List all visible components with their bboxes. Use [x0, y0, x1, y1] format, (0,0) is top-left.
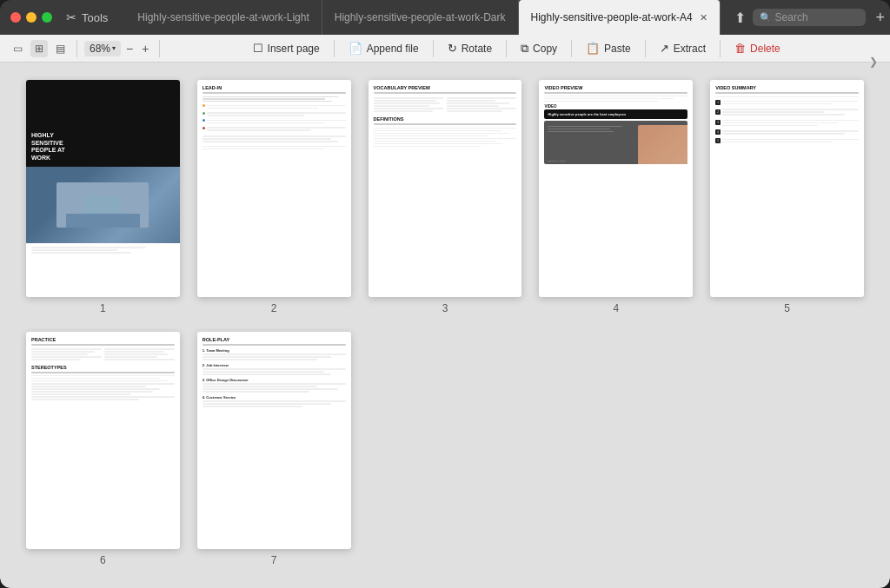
paste-label: Paste — [604, 43, 631, 55]
tab-a4-label: Highly-sensitive-people-at-work-A4 — [531, 11, 693, 23]
page2-inner: LEAD-IN — [197, 80, 351, 297]
page5-section-title: VIDEO SUMMARY — [715, 85, 859, 90]
view-toolbar-wrapper: ▭ ⊞ ▤ 68% ▾ − + ☐ Insert page 📄 — [0, 35, 890, 63]
page-number-1: 1 — [100, 302, 106, 314]
page5-inner: VIDEO SUMMARY 1 2 — [710, 80, 864, 297]
page-thumb-7[interactable]: ROLE-PLAY 1. Team Meeting 2. Job Intervi… — [197, 332, 351, 549]
page4-duration: Duration: 2:45 min — [548, 160, 565, 162]
delete-button[interactable]: 🗑 Delete — [726, 38, 789, 58]
page-item-1: HIGHLY SENSITIVE PEOPLE AT WORK — [26, 80, 180, 314]
view-toolbar: ▭ ⊞ ▤ 68% ▾ − + ☐ Insert page 📄 — [0, 35, 890, 63]
tab-light-label: Highly-sensitive-people-at-work-Light — [137, 11, 309, 23]
view-list-btn[interactable]: ▤ — [51, 40, 70, 57]
page-item-4: VIDEO PREVIEW VIDEO Highly sensitive peo… — [539, 80, 693, 314]
copy-label: Copy — [533, 43, 557, 55]
page-item-3: VOCABULARY PREVIEW — [369, 80, 522, 314]
tab-close-icon[interactable]: ✕ — [700, 12, 707, 23]
page3-inner: VOCABULARY PREVIEW — [369, 80, 522, 297]
title-right-controls: ⬆ 🔍 + — [734, 9, 889, 27]
title-bar: ✂ Tools Highly-sensitive-people-at-work-… — [0, 0, 890, 35]
insert-page-label: Insert page — [268, 43, 320, 55]
tab-dark[interactable]: Highly-sensitive-people-at-work-Dark — [322, 0, 519, 35]
tools-menu[interactable]: ✂ Tools — [66, 10, 108, 24]
paste-button[interactable]: 📋 Paste — [577, 38, 640, 58]
share-button[interactable]: ⬆ — [734, 10, 746, 26]
extract-button[interactable]: ↗ Extract — [651, 38, 714, 58]
rotate-button[interactable]: ↻ Rotate — [439, 38, 501, 58]
zoom-decrease-button[interactable]: − — [123, 40, 136, 57]
view-controls: ▭ ⊞ ▤ — [9, 40, 77, 57]
extract-label: Extract — [674, 43, 706, 55]
page-number-7: 7 — [271, 554, 277, 566]
tab-a4[interactable]: Highly-sensitive-people-at-work-A4 ✕ — [519, 0, 721, 35]
rotate-label: Rotate — [462, 43, 492, 55]
pages-row-1: HIGHLY SENSITIVE PEOPLE AT WORK — [26, 80, 864, 314]
page1-title: HIGHLY SENSITIVE PEOPLE AT WORK — [31, 132, 175, 162]
page-item-6: PRACTICE — [26, 332, 180, 566]
search-icon: 🔍 — [760, 12, 772, 23]
summary-card-3: 3 — [715, 118, 859, 128]
page-thumb-3[interactable]: VOCABULARY PREVIEW — [369, 80, 522, 297]
insert-page-icon: ☐ — [253, 42, 263, 55]
extract-icon: ↗ — [660, 42, 669, 55]
bullet-2 — [203, 111, 346, 118]
page3-section-title: VOCABULARY PREVIEW — [374, 85, 517, 90]
sep2 — [433, 40, 434, 57]
zoom-value: 68% — [90, 43, 110, 55]
minimize-button[interactable] — [26, 12, 37, 23]
copy-button[interactable]: ⧉ Copy — [512, 38, 566, 59]
search-input[interactable] — [775, 11, 859, 23]
zoom-display: 68% ▾ — [84, 41, 121, 56]
insert-page-button[interactable]: ☐ Insert page — [244, 38, 329, 58]
sidebar-toggle-button[interactable]: ❯ — [869, 56, 878, 68]
page-thumb-1[interactable]: HIGHLY SENSITIVE PEOPLE AT WORK — [26, 80, 180, 297]
tools-icon: ✂ — [66, 10, 76, 24]
page4-video-caption: Highly sensitive people are the best emp… — [548, 112, 684, 116]
delete-label: Delete — [750, 43, 780, 55]
page3-section-title2: DEFINITIONS — [374, 116, 517, 122]
page-thumb-2[interactable]: LEAD-IN — [197, 80, 351, 297]
pages-row-2: PRACTICE — [26, 332, 864, 566]
page-thumb-4[interactable]: VIDEO PREVIEW VIDEO Highly sensitive peo… — [539, 80, 693, 297]
tabs-area: Highly-sensitive-people-at-work-Light Hi… — [125, 0, 720, 35]
zoom-increase-button[interactable]: + — [138, 40, 152, 57]
sep3 — [506, 40, 507, 57]
page-thumb-5[interactable]: VIDEO SUMMARY 1 2 — [710, 80, 864, 297]
bullet-3 — [203, 118, 346, 125]
view-grid-btn[interactable]: ⊞ — [30, 40, 48, 57]
page-item-2: LEAD-IN — [197, 80, 351, 314]
page1-footer — [26, 243, 180, 298]
page7-item1: 1. Team Meeting — [203, 348, 346, 353]
page1-image — [26, 167, 180, 243]
search-bar[interactable]: 🔍 — [753, 9, 866, 26]
tools-label: Tools — [82, 11, 108, 24]
append-file-button[interactable]: 📄 Append file — [340, 38, 428, 58]
page4-inner: VIDEO PREVIEW VIDEO Highly sensitive peo… — [539, 80, 693, 297]
page-item-7: ROLE-PLAY 1. Team Meeting 2. Job Intervi… — [197, 332, 351, 566]
zoom-chevron-icon: ▾ — [112, 44, 116, 52]
main-content: HIGHLY SENSITIVE PEOPLE AT WORK — [0, 63, 890, 588]
page7-roleplay-title: ROLE-PLAY — [203, 337, 346, 342]
page-item-5: VIDEO SUMMARY 1 2 — [710, 80, 864, 314]
maximize-button[interactable] — [42, 12, 52, 23]
sep5 — [645, 40, 646, 57]
summary-card-1: 1 — [715, 99, 859, 106]
page7-item3: 3. Office Design Discussion — [203, 378, 346, 382]
close-button[interactable] — [10, 12, 21, 23]
page7-item2: 2. Job Interview — [203, 363, 346, 367]
summary-card-5: 5 — [715, 137, 859, 144]
page-number-3: 3 — [442, 302, 448, 314]
page-number-6: 6 — [100, 554, 106, 566]
copy-icon: ⧉ — [521, 42, 528, 56]
summary-card-2: 2 — [715, 108, 859, 117]
sep4 — [571, 40, 572, 57]
page1-header: HIGHLY SENSITIVE PEOPLE AT WORK — [26, 80, 180, 167]
page-thumb-6[interactable]: PRACTICE — [26, 332, 180, 549]
view-single-btn[interactable]: ▭ — [9, 40, 27, 57]
tab-light[interactable]: Highly-sensitive-people-at-work-Light — [125, 0, 322, 35]
app-window: ✂ Tools Highly-sensitive-people-at-work-… — [0, 0, 890, 588]
append-file-label: Append file — [367, 43, 419, 55]
new-tab-button[interactable]: + — [873, 9, 889, 27]
page6-inner: PRACTICE — [26, 332, 180, 549]
toolbar-actions: ☐ Insert page 📄 Append file ↻ Rotate ⧉ C… — [160, 38, 873, 59]
